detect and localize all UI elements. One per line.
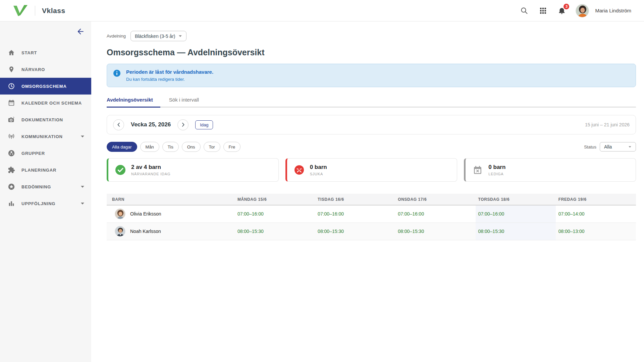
column-header-torsdag: TORSDAG 18/6	[476, 194, 556, 205]
stat-card-present: 2 av 4 barn NÄRVARANDE IDAG	[107, 158, 279, 182]
chevron-left-icon	[116, 122, 121, 127]
arrow-left-icon	[76, 27, 85, 36]
sidebar-item-kommunikation[interactable]: KOMMUNIKATION	[0, 128, 91, 145]
top-bar: Vklass 3	[0, 0, 644, 21]
tab-avdelningsoversikt[interactable]: Avdelningsöversikt	[107, 97, 160, 107]
stat-value: 0 barn	[488, 164, 505, 171]
day-chip-tis[interactable]: Tis	[162, 142, 179, 152]
calendar-x-icon	[472, 165, 483, 175]
search-button[interactable]	[519, 6, 529, 16]
day-chip-ons[interactable]: Ons	[182, 142, 201, 152]
notifications-button[interactable]: 3	[557, 6, 567, 16]
sidebar-nav: START NÄRVARO OMSORGSSCHEMA	[0, 44, 91, 212]
banner-title: Perioden är låst för vårdnadshavare.	[126, 69, 213, 75]
tab-sok-i-intervall[interactable]: Sök i intervall	[169, 97, 206, 107]
chevron-down-icon	[628, 146, 632, 148]
chevron-down-icon	[80, 135, 85, 138]
search-icon	[520, 7, 528, 15]
child-name: Noah Karlsson	[130, 229, 161, 234]
table-row: Olivia Eriksson 07:00–16:00 07:00–16:00 …	[107, 205, 636, 223]
chevron-down-icon	[178, 35, 182, 37]
sidebar-item-kalender[interactable]: KALENDER OCH SCHEMA	[0, 95, 91, 111]
stat-card-sick: 0 barn SJUKA	[285, 158, 458, 182]
sidebar-item-uppfoljning[interactable]: UPPFÖLJNING	[0, 195, 91, 212]
location-pin-icon	[7, 65, 15, 73]
broadcast-icon	[7, 132, 15, 140]
day-chip-fre[interactable]: Fre	[223, 142, 241, 152]
column-header-fredag: FREDAG 19/6	[556, 194, 636, 205]
time-cell[interactable]: 08:00–13:00	[556, 223, 636, 240]
time-cell[interactable]: 08:00–15:30	[395, 223, 475, 240]
time-cell[interactable]: 08:00–15:30	[315, 223, 395, 240]
week-navigator: Vecka 25, 2026 Idag 15 juni – 21 juni 20…	[107, 115, 636, 134]
column-header-barn: BARN	[107, 194, 235, 205]
child-name: Olivia Eriksson	[130, 211, 161, 217]
home-icon	[7, 49, 15, 57]
column-header-mandag: MÅNDAG 15/6	[235, 194, 315, 205]
department-label: Avdelning	[107, 34, 126, 39]
user-name[interactable]: Maria Lindström	[595, 8, 631, 13]
day-chip-tor[interactable]: Tor	[204, 142, 220, 152]
department-select-value: Bläckfisken (3-5 år)	[135, 34, 175, 39]
table-header-row: BARN MÅNDAG 15/6 TISDAG 16/6 ONSDAG 17/6…	[107, 194, 636, 205]
sidebar-item-dokumentation[interactable]: DOKUMENTATION	[0, 111, 91, 128]
notification-badge: 3	[564, 4, 569, 9]
status-select[interactable]: Alla	[600, 142, 636, 152]
child-avatar	[115, 226, 125, 237]
time-cell[interactable]: 07:00–14:00	[556, 205, 636, 223]
stat-value: 0 barn	[310, 164, 327, 171]
chevron-down-icon	[80, 202, 85, 205]
next-week-button[interactable]	[177, 119, 189, 130]
prev-week-button[interactable]	[113, 119, 124, 130]
week-range: 15 juni – 21 juni 2026	[585, 122, 630, 127]
column-header-onsdag: ONSDAG 17/6	[395, 194, 475, 205]
chevron-right-icon	[181, 122, 185, 127]
brand-divider	[35, 6, 35, 16]
sidebar-item-bedomning[interactable]: BEDÖMNING	[0, 178, 91, 195]
sidebar-item-narvaro[interactable]: NÄRVARO	[0, 61, 91, 78]
stat-label: NÄRVARANDE IDAG	[131, 172, 170, 176]
week-label: Vecka 25, 2026	[131, 121, 171, 128]
vklass-logo-icon	[13, 5, 28, 16]
stat-label: SJUKA	[310, 172, 327, 176]
column-header-tisdag: TISDAG 16/6	[315, 194, 395, 205]
apps-grid-icon	[539, 7, 547, 15]
day-chip-man[interactable]: Mån	[140, 142, 159, 152]
camera-icon	[7, 116, 15, 124]
info-icon	[113, 69, 121, 77]
time-cell[interactable]: 07:00–16:00	[315, 205, 395, 223]
star-circle-icon	[7, 183, 15, 191]
sidebar-item-omsorgsschema[interactable]: OMSORGSSCHEMA	[0, 78, 91, 95]
info-banner: Perioden är låst för vårdnadshavare. Du …	[107, 64, 636, 87]
stat-label: LEDIGA	[488, 172, 505, 176]
page-title: Omsorgsschema — Avdelningsöversikt	[107, 48, 636, 57]
day-chip-alla-dagar[interactable]: Alla dagar	[107, 142, 137, 152]
time-cell-today[interactable]: 07:00–16:00	[476, 205, 556, 223]
apps-grid-button[interactable]	[538, 6, 548, 16]
sidebar-item-start[interactable]: START	[0, 44, 91, 61]
sidebar-item-planeringar[interactable]: PLANERINGAR	[0, 162, 91, 178]
main-content: Avdelning Bläckfisken (3-5 år) Omsorgssc…	[91, 21, 644, 362]
today-button[interactable]: Idag	[195, 120, 213, 129]
department-select[interactable]: Bläckfisken (3-5 år)	[130, 31, 187, 41]
time-cell[interactable]: 07:00–16:00	[395, 205, 475, 223]
time-cell-today[interactable]: 08:00–15:30	[476, 223, 556, 240]
tabs: Avdelningsöversikt Sök i intervall	[107, 97, 636, 108]
time-cell[interactable]: 08:00–15:30	[235, 223, 315, 240]
sidebar-collapse-button[interactable]	[74, 25, 87, 38]
time-cell[interactable]: 07:00–16:00	[235, 205, 315, 223]
user-avatar[interactable]	[576, 4, 589, 17]
schedule-table: BARN MÅNDAG 15/6 TISDAG 16/6 ONSDAG 17/6…	[107, 194, 636, 240]
calendar-icon	[7, 99, 15, 107]
child-avatar	[115, 208, 125, 219]
filter-row: Alla dagar Mån Tis Ons Tor Fre Status Al…	[107, 142, 636, 152]
sidebar: START NÄRVARO OMSORGSSCHEMA	[0, 21, 91, 362]
bar-chart-icon	[7, 199, 15, 207]
brand: Vklass	[13, 5, 65, 16]
sidebar-item-grupper[interactable]: GRUPPER	[0, 145, 91, 162]
clock-icon	[7, 82, 15, 90]
group-work-icon	[7, 149, 15, 157]
chevron-down-icon	[80, 185, 85, 188]
stat-cards: 2 av 4 barn NÄRVARANDE IDAG 0 barn SJUKA	[107, 158, 636, 182]
stat-value: 2 av 4 barn	[131, 164, 170, 171]
